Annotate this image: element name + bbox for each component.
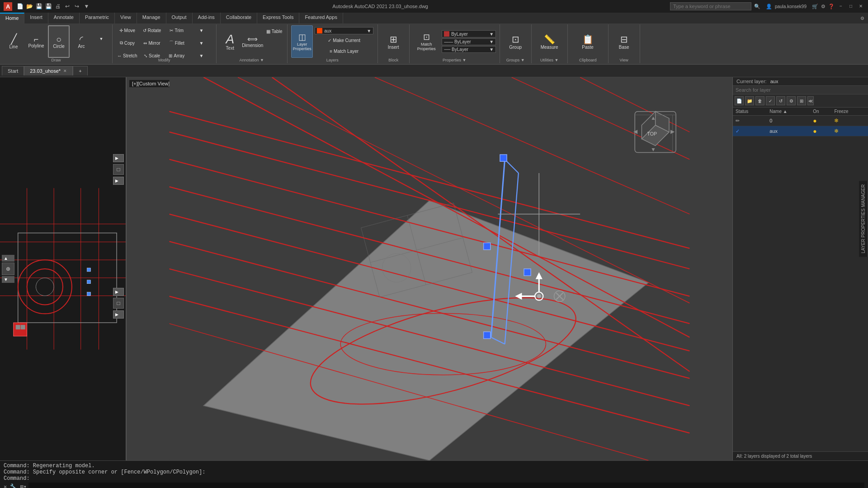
command-input[interactable] <box>28 483 864 488</box>
new-file-btn[interactable]: 📄 <box>16 2 24 10</box>
close-btn[interactable]: ✕ <box>857 3 864 10</box>
col-status[interactable]: Status <box>733 108 767 116</box>
match-properties-btn[interactable]: ⊡ Match Properties <box>413 25 440 58</box>
main-viewport[interactable]: [+][Custom View][2D Wireframe] <box>127 77 732 460</box>
search-input[interactable] <box>670 2 751 10</box>
match-layer-btn[interactable]: ≡ Match Layer <box>315 46 373 56</box>
zoom-in-mini[interactable]: ▶ <box>113 154 124 162</box>
array-icon: ⊞ <box>169 53 172 58</box>
layer-search-input[interactable] <box>733 86 868 94</box>
help-icon[interactable]: ❓ <box>828 4 835 9</box>
tab-start[interactable]: Start <box>2 66 24 75</box>
col-name[interactable]: Name ▲ <box>767 108 810 116</box>
search-icon[interactable]: 🔍 <box>754 4 760 9</box>
pan-right-mini[interactable]: ▶ <box>113 288 124 296</box>
mirror-btn[interactable]: ⇔ Mirror <box>140 38 164 48</box>
tab-express[interactable]: Express Tools <box>257 13 299 23</box>
row-freeze-aux[interactable]: ❄ <box>831 126 868 136</box>
linetype-arrow[interactable]: ▼ <box>489 39 494 44</box>
tab-featured[interactable]: Featured Apps <box>299 13 343 23</box>
autocad-logo[interactable]: A <box>4 2 12 11</box>
collapse-all-btn[interactable]: ≪ <box>807 96 814 105</box>
paste-icon: 📋 <box>582 34 594 45</box>
arc-btn[interactable]: ◜ Arc <box>71 25 92 58</box>
table-row[interactable]: ✓ aux ● ❄ <box>733 126 868 136</box>
expand-btn[interactable]: ⊞ <box>797 96 806 105</box>
row-on[interactable]: ● <box>810 116 831 126</box>
trim-btn[interactable]: ✂ Trim <box>165 25 189 35</box>
minimize-btn[interactable]: − <box>837 3 844 10</box>
circle-btn[interactable]: ○ Circle <box>48 25 70 58</box>
row-on-aux[interactable]: ● <box>810 126 831 136</box>
more2-btn[interactable]: ▼ <box>189 38 213 48</box>
pan-btn[interactable]: ⊕ <box>2 263 14 275</box>
text-btn[interactable]: A Text <box>219 25 241 58</box>
col-on[interactable]: On <box>810 108 831 116</box>
color-dropdown-arrow[interactable]: ▼ <box>489 32 494 37</box>
tab-parametric[interactable]: Parametric <box>80 13 115 23</box>
tab-new[interactable]: + <box>73 66 87 75</box>
new-layer-btn[interactable]: 📄 <box>735 96 744 105</box>
zoom-out-mini[interactable]: ▶ <box>113 177 124 185</box>
mini-viewport[interactable]: ▲ ⊕ ▼ <box>0 77 127 460</box>
undo-btn[interactable]: ↩ <box>63 2 71 10</box>
layer-properties-btn[interactable]: ◫ Layer Properties <box>291 25 313 58</box>
tab-file[interactable]: 23.03_uhose* ✕ <box>24 66 73 75</box>
color-dropdown[interactable]: ByLayer ▼ <box>442 30 496 38</box>
rotate-btn[interactable]: ↺ Rotate <box>140 25 164 35</box>
base-btn[interactable]: ⊟ Base <box>613 25 635 58</box>
redo-btn[interactable]: ↪ <box>73 2 81 10</box>
tab-output[interactable]: Output <box>166 13 193 23</box>
qa-dropdown[interactable]: ▼ <box>82 2 90 10</box>
row-freeze[interactable]: ❄ <box>831 116 868 126</box>
draw-more-btn[interactable]: ▼ <box>93 25 109 52</box>
tab-collaborate[interactable]: Collaborate <box>221 13 257 23</box>
settings-icon[interactable]: ⚙ <box>821 4 826 9</box>
save-as-btn[interactable]: 💾 <box>44 2 52 10</box>
refresh-btn[interactable]: ↺ <box>776 96 785 105</box>
open-btn[interactable]: 📂 <box>25 2 33 10</box>
dimension-btn[interactable]: ⟺ Dimension <box>242 25 264 58</box>
tab-manage[interactable]: Manage <box>137 13 166 23</box>
insert-btn[interactable]: ⊞ Insert <box>382 25 404 58</box>
lineweight-dropdown[interactable]: ── ByLayer ▼ <box>442 46 496 53</box>
line-btn[interactable]: ╱ Line <box>3 25 24 58</box>
tab-annotate[interactable]: Annotate <box>48 13 80 23</box>
move-btn[interactable]: ✛ Move <box>115 25 139 35</box>
layer-settings-btn[interactable]: ⚙ <box>787 96 796 105</box>
group-btn[interactable]: ⊡ Group <box>505 25 526 58</box>
linetype-dropdown[interactable]: —— ByLayer ▼ <box>442 38 496 45</box>
paste-btn[interactable]: 📋 Paste <box>577 25 599 58</box>
layer-dropdown-arrow[interactable]: ▼ <box>367 28 371 33</box>
save-btn[interactable]: 💾 <box>35 2 43 10</box>
print-btn[interactable]: 🖨 <box>54 2 62 10</box>
fillet-btn[interactable]: ⌒ Fillet <box>165 38 189 48</box>
cart-icon[interactable]: 🛒 <box>812 4 818 9</box>
lineweight-arrow[interactable]: ▼ <box>489 47 494 52</box>
delete-layer-btn[interactable]: 🗑 <box>755 96 764 105</box>
table-row[interactable]: ✏ 0 ● ❄ <box>733 116 868 126</box>
polyline-btn[interactable]: ⌐ Polyline <box>25 25 47 58</box>
layer-dropdown[interactable]: aux ▼ <box>315 27 373 34</box>
side-nav-right2: ▶ □ ▶ <box>113 288 124 319</box>
more-modify-btn[interactable]: ▼ <box>189 25 213 35</box>
open-folder-btn[interactable]: 📁 <box>745 96 754 105</box>
tab-home[interactable]: Home <box>0 13 24 23</box>
zoom-control-mini[interactable]: □ <box>113 164 124 175</box>
col-freeze[interactable]: Freeze <box>831 108 868 116</box>
tab-addins[interactable]: Add-ins <box>193 13 221 23</box>
maximize-btn[interactable]: □ <box>847 3 854 10</box>
make-current-btn[interactable]: ✓ Make Current <box>315 35 373 45</box>
measure-btn[interactable]: 📏 Measure <box>538 25 560 58</box>
table-btn[interactable]: ▦ Table <box>264 25 284 37</box>
set-current-btn[interactable]: ✓ <box>766 96 775 105</box>
tab-insert[interactable]: Insert <box>24 13 48 23</box>
pan-down-mini[interactable]: ▶ <box>113 310 124 319</box>
nav-down[interactable]: ▼ <box>2 276 14 283</box>
tab-close-btn[interactable]: ✕ <box>63 69 67 73</box>
copy-btn[interactable]: ⧉ Copy <box>115 38 139 48</box>
workspace-selector[interactable]: ⚙ <box>857 13 868 23</box>
pan-control-mini[interactable]: □ <box>113 298 124 309</box>
nav-up[interactable]: ▲ <box>2 255 14 262</box>
tab-view[interactable]: View <box>115 13 137 23</box>
